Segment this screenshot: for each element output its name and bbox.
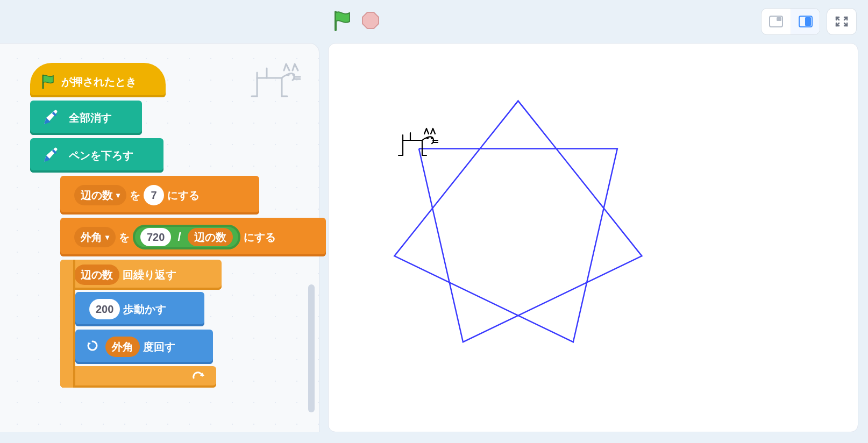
c-block-arm — [60, 260, 75, 388]
chevron-down-icon: ▾ — [116, 191, 120, 199]
pen-down-block[interactable]: ペンを下ろす — [30, 138, 163, 173]
turn-degrees-block[interactable]: 外角 度回す — [75, 330, 213, 364]
green-flag-button[interactable] — [332, 10, 352, 31]
variable-sides-reporter[interactable]: 辺の数 — [74, 265, 119, 285]
sides-value-input[interactable]: 7 — [144, 185, 164, 205]
variable-angle-dropdown[interactable]: 外角 ▾ — [74, 227, 116, 247]
stage-size-group — [762, 9, 820, 34]
set-angle-mid: を — [119, 230, 130, 245]
top-bar — [0, 0, 868, 43]
move-steps-block[interactable]: 200 歩動かす — [75, 292, 204, 326]
erase-all-label: 全部消す — [69, 111, 112, 125]
svg-point-8 — [431, 138, 432, 139]
repeat-label: 回繰り返す — [123, 268, 176, 282]
hat-label: が押されたとき — [61, 75, 137, 89]
scripts-scrollbar[interactable] — [308, 284, 315, 412]
scripts-panel[interactable]: が押されたとき 全部消す — [0, 43, 319, 432]
cat-sprite[interactable] — [397, 127, 438, 161]
pen-icon — [41, 146, 60, 165]
svg-rect-4 — [805, 17, 811, 26]
pen-drawing — [329, 44, 858, 432]
set-mid: を — [130, 188, 140, 203]
erase-all-block[interactable]: 全部消す — [30, 101, 142, 135]
numerator-input[interactable]: 720 — [140, 228, 171, 246]
small-stage-button[interactable] — [762, 9, 791, 34]
variable-angle-label: 外角 — [81, 230, 102, 245]
divide-symbol: / — [177, 230, 181, 244]
block-stack: が押されたとき 全部消す — [30, 63, 326, 388]
turn-label: 度回す — [143, 340, 175, 354]
run-controls — [332, 10, 380, 31]
stage-size-controls — [762, 9, 856, 34]
when-flag-clicked-block[interactable]: が押されたとき — [30, 63, 166, 97]
variable-angle-reporter[interactable]: 外角 — [105, 337, 140, 357]
pen-icon — [41, 108, 60, 127]
chevron-down-icon: ▾ — [105, 233, 109, 241]
move-steps-label: 歩動かす — [123, 302, 166, 317]
set-tail: にする — [167, 188, 200, 203]
svg-rect-2 — [777, 17, 781, 21]
pen-down-label: ペンを下ろす — [69, 148, 133, 163]
stage[interactable] — [328, 43, 858, 432]
variable-sides-reporter[interactable]: 辺の数 — [188, 228, 233, 246]
stop-button[interactable] — [361, 11, 380, 30]
fullscreen-button[interactable] — [827, 9, 856, 34]
variable-sides-dropdown[interactable]: 辺の数 ▾ — [74, 185, 126, 205]
large-stage-button[interactable] — [791, 9, 820, 34]
svg-marker-0 — [362, 12, 379, 28]
variable-sides-label: 辺の数 — [81, 188, 113, 203]
set-sides-block[interactable]: 辺の数 ▾ を 7 にする — [60, 176, 259, 215]
svg-point-7 — [427, 138, 428, 139]
green-flag-icon — [41, 74, 55, 90]
loop-arrow-icon — [191, 370, 205, 384]
divide-operator[interactable]: 720 / 辺の数 — [133, 225, 240, 249]
move-steps-input[interactable]: 200 — [89, 299, 120, 319]
set-angle-block[interactable]: 外角 ▾ を 720 / 辺の数 にする — [60, 218, 326, 256]
repeat-block[interactable]: 辺の数 回繰り返す 200 歩動かす — [60, 260, 222, 388]
set-angle-tail: にする — [244, 230, 276, 245]
rotate-cw-icon — [86, 339, 99, 355]
